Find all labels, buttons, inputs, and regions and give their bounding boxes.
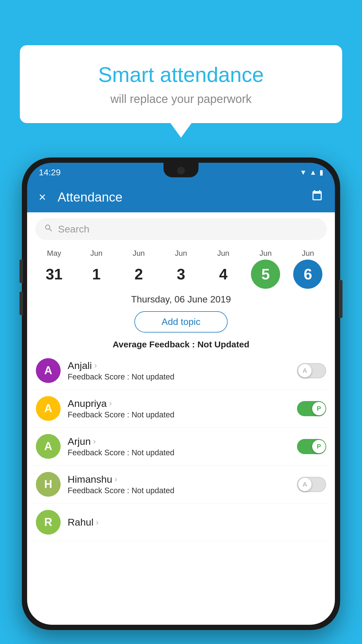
calendar-day[interactable]: Jun1: [79, 249, 114, 289]
avg-feedback-value: Not Updated: [197, 340, 249, 349]
student-feedback: Feedback Score : Not updated: [68, 410, 297, 419]
feedback-label: Feedback Score :: [68, 486, 131, 495]
cal-month-label: Jun: [90, 249, 103, 258]
feedback-label: Feedback Score :: [68, 410, 131, 419]
app-bar-title: Attendance: [58, 190, 311, 204]
cal-month-label: Jun: [133, 249, 145, 258]
student-name: Arjun›: [68, 436, 297, 447]
screen-content: Search May31Jun1Jun2Jun3Jun4Jun5Jun6 Thu…: [27, 212, 335, 625]
student-name-text: Anupriya: [68, 398, 107, 409]
status-time: 14:29: [39, 167, 61, 177]
calendar-day[interactable]: May31: [37, 249, 72, 289]
student-feedback: Feedback Score : Not updated: [68, 372, 297, 382]
feedback-label: Feedback Score :: [68, 372, 131, 381]
student-info: Himanshu›Feedback Score : Not updated: [68, 474, 297, 495]
avatar: A: [36, 396, 61, 421]
cal-month-label: May: [47, 249, 61, 258]
wifi-icon: ▼: [300, 168, 307, 176]
student-info: Rahul›: [68, 517, 326, 528]
student-list: AAnjali›Feedback Score : Not updatedAAAn…: [27, 352, 335, 541]
calendar-day[interactable]: Jun6: [290, 249, 325, 289]
student-name: Anjali›: [68, 360, 297, 371]
cal-date-number: 4: [209, 260, 238, 289]
cal-date-number: 2: [124, 260, 153, 289]
toggle-thumb: P: [312, 440, 326, 453]
cal-date-number: 1: [82, 260, 111, 289]
student-item[interactable]: AAnupriya›Feedback Score : Not updatedP: [33, 390, 329, 428]
close-button[interactable]: ×: [39, 190, 46, 204]
camera: [177, 167, 185, 174]
student-name: Anupriya›: [68, 398, 297, 409]
calendar-day[interactable]: Jun5: [248, 249, 283, 289]
feedback-label: Feedback Score :: [68, 448, 131, 457]
student-feedback: Feedback Score : Not updated: [68, 486, 297, 495]
student-item[interactable]: AArjun›Feedback Score : Not updatedP: [33, 428, 329, 466]
toggle-thumb: A: [298, 478, 312, 491]
avg-feedback-label: Average Feedback :: [113, 340, 197, 349]
volume-up-button[interactable]: [20, 260, 23, 283]
student-info: Arjun›Feedback Score : Not updated: [68, 436, 297, 457]
avatar: A: [36, 434, 61, 459]
attendance-toggle[interactable]: A: [297, 477, 326, 492]
calendar-day[interactable]: Jun2: [121, 249, 156, 289]
cal-month-label: Jun: [175, 249, 187, 258]
student-name-text: Arjun: [68, 436, 91, 447]
avatar: A: [36, 358, 61, 383]
feedback-value: Not updated: [131, 372, 174, 381]
search-icon: [44, 223, 53, 235]
selected-date: Thursday, 06 June 2019: [27, 289, 335, 308]
attendance-toggle[interactable]: P: [297, 401, 326, 416]
partial-student-item[interactable]: RRahul›: [33, 503, 329, 541]
student-item[interactable]: HHimanshu›Feedback Score : Not updatedA: [33, 466, 329, 503]
phone-container: 14:29 ▼ ▲ ▮ × Attendance: [22, 158, 340, 644]
student-name: Himanshu›: [68, 474, 297, 485]
cal-month-label: Jun: [302, 249, 314, 258]
speech-bubble-container: Smart attendance will replace your paper…: [20, 45, 342, 123]
notch: [164, 163, 198, 177]
toggle-thumb: A: [298, 364, 312, 377]
feedback-value: Not updated: [131, 486, 174, 495]
add-topic-button[interactable]: Add topic: [134, 311, 228, 332]
calendar-day[interactable]: Jun3: [164, 249, 198, 289]
student-name-text: Rahul: [68, 517, 94, 528]
chevron-right-icon: ›: [109, 399, 112, 408]
feedback-value: Not updated: [131, 410, 174, 419]
toggle-thumb: P: [312, 402, 326, 415]
cal-month-label: Jun: [217, 249, 229, 258]
student-name-text: Anjali: [68, 360, 92, 371]
student-info: Anupriya›Feedback Score : Not updated: [68, 398, 297, 419]
calendar-row: May31Jun1Jun2Jun3Jun4Jun5Jun6: [27, 246, 335, 289]
status-icons: ▼ ▲ ▮: [300, 168, 323, 176]
power-button[interactable]: [339, 280, 342, 318]
attendance-toggle[interactable]: A: [297, 363, 326, 378]
phone-screen: 14:29 ▼ ▲ ▮ × Attendance: [27, 163, 335, 625]
speech-bubble-title: Smart attendance: [34, 63, 328, 87]
attendance-toggle[interactable]: P: [297, 439, 326, 454]
phone-frame: 14:29 ▼ ▲ ▮ × Attendance: [22, 158, 340, 630]
student-info: Anjali›Feedback Score : Not updated: [68, 360, 297, 382]
chevron-right-icon: ›: [93, 437, 96, 446]
cal-month-label: Jun: [259, 249, 272, 258]
student-item[interactable]: AAnjali›Feedback Score : Not updatedA: [33, 352, 329, 390]
avatar: R: [36, 510, 61, 535]
speech-bubble-subtitle: will replace your paperwork: [34, 92, 328, 106]
feedback-value: Not updated: [131, 448, 174, 457]
volume-down-button[interactable]: [20, 292, 23, 315]
chevron-right-icon: ›: [96, 518, 99, 527]
search-placeholder: Search: [58, 223, 89, 235]
chevron-right-icon: ›: [115, 475, 117, 484]
student-name-text: Himanshu: [68, 474, 112, 485]
calendar-icon[interactable]: [311, 190, 323, 204]
student-feedback: Feedback Score : Not updated: [68, 448, 297, 457]
cal-date-number: 6: [293, 260, 322, 289]
signal-icon: ▲: [310, 168, 317, 176]
cal-date-number: 3: [166, 260, 196, 289]
cal-date-number: 5: [251, 260, 280, 289]
cal-date-number: 31: [40, 260, 69, 289]
student-name: Rahul›: [68, 517, 326, 528]
speech-bubble: Smart attendance will replace your paper…: [20, 45, 342, 123]
battery-icon: ▮: [319, 168, 323, 176]
search-bar[interactable]: Search: [35, 218, 327, 240]
chevron-right-icon: ›: [94, 361, 97, 370]
calendar-day[interactable]: Jun4: [206, 249, 241, 289]
